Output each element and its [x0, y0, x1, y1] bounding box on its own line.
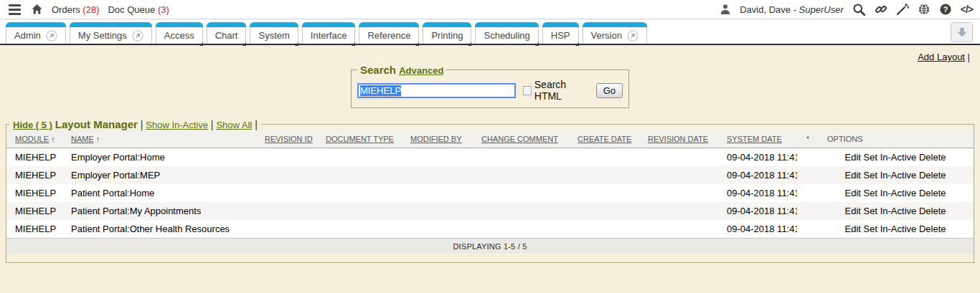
search-html-label: Search HTML [534, 79, 590, 102]
tab-admin[interactable]: Admin [6, 22, 66, 44]
open-in-new-icon[interactable] [46, 30, 57, 42]
cell-create-date [569, 220, 639, 238]
search-html-checkbox[interactable] [523, 86, 532, 95]
cell-module: MIEHELP [6, 148, 62, 167]
set-inactive-link[interactable]: Set In-Active [864, 188, 917, 198]
user-label: David, Dave - SuperUser [740, 4, 844, 15]
delete-link[interactable]: Delete [919, 206, 946, 216]
search-input[interactable]: MIEHELP [357, 83, 516, 98]
wand-icon[interactable] [896, 3, 909, 16]
cell-revision-id [256, 166, 317, 184]
tab-chart[interactable]: Chart [207, 22, 247, 44]
legend-separator: | [255, 119, 258, 130]
open-in-new-icon[interactable] [132, 30, 143, 42]
column-header-name[interactable]: NAME↑ [62, 130, 256, 148]
code-icon[interactable]: </> [961, 4, 973, 15]
go-button[interactable]: Go [596, 83, 623, 98]
cell-system-date: 09-04-2018 11:41:38 [718, 184, 797, 202]
down-arrow-icon [956, 27, 968, 38]
column-header-create-date[interactable]: CREATE DATE [569, 130, 639, 148]
tab-reference[interactable]: Reference [359, 22, 419, 44]
cell-name: Patient Portal:Other Health Resources [62, 220, 256, 238]
column-header-document-type[interactable]: DOCUMENT TYPE [317, 130, 402, 148]
globe-icon[interactable] [918, 3, 930, 16]
table-row: MIEHELPPatient Portal:Home09-04-2018 11:… [6, 184, 974, 202]
orders-count: (28) [83, 4, 99, 15]
cell-change-comment [473, 220, 569, 238]
cell-name: Patient Portal:My Appointments [62, 202, 256, 220]
set-inactive-link[interactable]: Set In-Active [864, 206, 917, 216]
edit-link[interactable]: Edit [845, 170, 861, 181]
cell-revision-id [256, 220, 317, 238]
delete-link[interactable]: Delete [919, 170, 946, 181]
cell-modified-by [402, 184, 473, 202]
cell-name: Employer Portal:MEP [62, 166, 256, 184]
table-row: MIEHELPEmployer Portal:Home09-04-2018 11… [6, 148, 974, 167]
column-header-module[interactable]: MODULE↑ [6, 130, 62, 148]
column-header-modified-by[interactable]: MODIFIED BY [402, 130, 473, 148]
column-header-revision-date[interactable]: REVISION DATE [639, 130, 718, 148]
tab-label: HSP [551, 30, 570, 41]
orders-link[interactable]: Orders (28) [52, 4, 99, 15]
column-header-label: CREATE DATE [578, 135, 631, 143]
column-header-change-comment[interactable]: CHANGE COMMENT [473, 130, 569, 148]
column-header-system-date[interactable]: SYSTEM DATE [718, 130, 797, 148]
search-icon[interactable] [852, 3, 866, 16]
doc-queue-label: Doc Queue [108, 4, 155, 15]
tab-my-settings[interactable]: My Settings [70, 22, 152, 44]
delete-link[interactable]: Delete [919, 224, 946, 234]
set-inactive-link[interactable]: Set In-Active [864, 224, 917, 234]
doc-queue-link[interactable]: Doc Queue (3) [108, 4, 169, 15]
help-icon[interactable]: ? [939, 3, 952, 16]
tab-label: Chart [215, 30, 238, 41]
tab-system[interactable]: System [250, 22, 298, 44]
cell-star [797, 202, 819, 220]
cell-revision-date [639, 166, 718, 184]
tab-printing[interactable]: Printing [423, 22, 471, 44]
edit-link[interactable]: Edit [845, 152, 861, 163]
search-input-value: MIEHELP [360, 85, 401, 96]
delete-link[interactable]: Delete [919, 188, 946, 198]
edit-link[interactable]: Edit [845, 188, 861, 198]
hide-link[interactable]: Hide ( 5 ) [13, 120, 52, 130]
cell-star [797, 184, 819, 202]
tab-access[interactable]: Access [156, 22, 203, 44]
advanced-search-link[interactable]: Advanced [399, 65, 443, 76]
open-in-new-icon[interactable] [627, 30, 639, 42]
layout-manager-title: Layout Manager [55, 118, 138, 130]
user-role: SuperUser [799, 4, 844, 15]
cell-options: Edit Set In-Active Delete [819, 148, 974, 167]
collapse-tabs-button[interactable] [951, 22, 973, 42]
cell-document-type [317, 184, 402, 202]
edit-link[interactable]: Edit [845, 224, 861, 234]
tab-version[interactable]: Version [583, 22, 647, 44]
set-inactive-link[interactable]: Set In-Active [864, 170, 917, 181]
column-header-revision-id[interactable]: REVISION ID [256, 130, 317, 148]
cell-create-date [569, 166, 639, 184]
edit-link[interactable]: Edit [845, 206, 861, 216]
link-icon[interactable] [875, 3, 887, 16]
tab-label: Printing [431, 30, 463, 41]
add-layout-row: Add Layout | [0, 45, 980, 64]
column-header-label: * [806, 135, 809, 143]
legend-separator: | [211, 119, 214, 130]
tab-interface[interactable]: Interface [302, 22, 356, 44]
tab-hsp[interactable]: HSP [542, 22, 579, 44]
cell-modified-by [402, 220, 473, 238]
cell-system-date: 09-04-2018 11:41:38 [718, 148, 797, 167]
layout-manager-panel: Hide ( 5 ) Layout Manager | Show In-Acti… [6, 118, 974, 263]
delete-link[interactable]: Delete [919, 152, 946, 163]
show-inactive-link[interactable]: Show In-Active [146, 120, 208, 130]
cell-module: MIEHELP [6, 220, 62, 238]
show-all-link[interactable]: Show All [216, 120, 252, 130]
cell-name: Patient Portal:Home [62, 184, 256, 202]
tab-label: Admin [14, 30, 41, 41]
hamburger-menu-icon[interactable] [7, 3, 22, 16]
cell-revision-date [639, 220, 718, 238]
set-inactive-link[interactable]: Set In-Active [864, 152, 917, 163]
home-icon[interactable] [31, 4, 43, 15]
tab-scheduling[interactable]: Scheduling [475, 22, 538, 44]
column-header-label: MODIFIED BY [410, 135, 462, 143]
search-panel: Search Advanced MIEHELP Search HTML Go [351, 64, 629, 108]
add-layout-link[interactable]: Add Layout [918, 52, 965, 62]
